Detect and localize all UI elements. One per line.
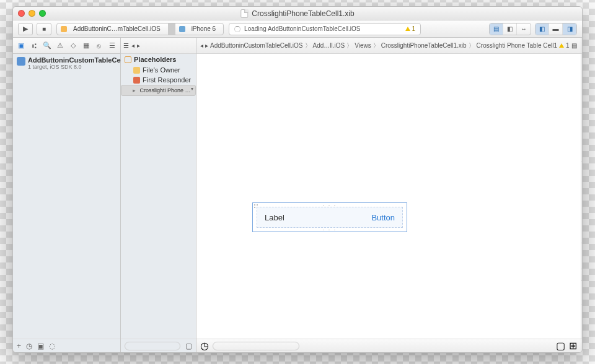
ib-canvas[interactable]: · · · Label Button · · · [196,54,581,339]
debug-tab-icon[interactable]: ▦ [81,41,90,51]
window-title: CrosslightiPhoneTableCell1.xib [252,9,354,18]
scheme-device: iPhone 6 [188,25,219,32]
minimize-icon[interactable] [29,10,35,17]
editor-area: ◂ ▸ AddButtoninCustomTableCell.iOS 〉 Add… [196,38,581,352]
library-item-button[interactable]: Button Button – Intercepts touch events … [581,305,583,339]
close-icon[interactable] [18,10,25,17]
zoom-icon[interactable] [39,10,46,17]
related-items-icon[interactable]: ☰ [123,42,129,49]
xcode-window: CrosslightiPhoneTableCell1.xib ▶ ■ AddBu… [12,6,583,353]
standard-editor-icon[interactable]: ▤ [490,24,503,35]
titlebar: CrosslightiPhoneTableCell1.xib [13,7,582,20]
table-cell-view[interactable]: · · · Label Button · · · [252,202,407,232]
canvas-footer: ◷ ▢ ⊞ [196,339,581,352]
library-item-label[interactable]: Label Label – A variably sized amount of… [581,281,583,305]
symbol-tab-icon[interactable]: ⑆ [30,41,39,51]
find-tab-icon[interactable]: 🔍 [43,41,52,51]
test-tab-icon[interactable]: ◇ [69,41,78,51]
breakpoint-tab-icon[interactable]: ⎋ [94,41,104,51]
project-row[interactable]: AddButtoninCustomTableCell.iOS 1 target,… [13,54,120,72]
scheme-selector[interactable]: AddButtoninC…mTableCell.iOS iPhone 6 [56,23,224,35]
main-toolbar: ▶ ■ AddButtoninC…mTableCell.iOS iPhone 6… [13,20,582,38]
utilities-panel: ▣ ? ▤ ⇲ ▥ → Identity and Type NameCrossl… [581,38,583,352]
outline-tabs: ☰ ◂ ▸ [121,38,196,54]
version-editor-icon[interactable]: ↔ [517,24,531,35]
jump-crumb-file: CrosslightiPhoneTableCell1.xib [381,42,467,49]
first-responder-item[interactable]: First Responder [121,75,196,85]
traffic-lights [18,10,46,17]
toggle-debug-icon[interactable]: ▬ [549,24,563,35]
constraints-icon[interactable]: ▢ [556,340,565,352]
navigator-tabs: ▣ ⑆ 🔍 ⚠ ◇ ▦ ⎋ ☰ [13,38,120,54]
editor-mode-selector[interactable]: ▤ ◧ ↔ [489,23,531,35]
library-footer: ⊞ [581,339,583,352]
files-owner-label: File's Owner [143,66,180,74]
canvas-filter-input[interactable] [213,342,299,350]
placeholders-group[interactable]: Placeholders [121,54,196,65]
app-icon [61,26,67,32]
jump-bar[interactable]: ◂ ▸ AddButtoninCustomTableCell.iOS 〉 Add… [196,38,581,54]
warning-icon [405,27,410,31]
uilabel[interactable]: Label [265,213,284,222]
toggle-utilities-icon[interactable]: ◨ [563,24,576,35]
selected-view-label: Crosslighti Phone Table... [140,87,196,93]
jump-crumb-target: Add…ll.iOS [313,42,345,49]
cube-icon [125,56,131,63]
document-icon [240,9,248,18]
scm-filter-icon[interactable]: ▣ [37,342,44,350]
spinner-icon [234,26,240,32]
jump-crumb-project: AddButtoninCustomTableCell.iOS [210,42,303,49]
activity-text: Loading AddButtoninCustomTableCell.iOS [244,25,360,32]
stop-button[interactable]: ■ [37,23,51,35]
cube-red-icon [133,77,140,84]
jump-issue-count[interactable]: 1 [566,42,570,49]
jump-crumb-views: Views [355,42,371,49]
document-outline: ☰ ◂ ▸ Placeholders File's Owner First Re… [121,38,196,352]
selected-view-item[interactable]: Crosslighti Phone Table... [121,85,196,96]
view-selector[interactable]: ◧ ▬ ◨ [535,23,577,35]
history-fwd-icon[interactable]: ▸ [205,42,208,49]
report-tab-icon[interactable]: ☰ [107,41,117,51]
history-back-icon[interactable]: ◂ [200,42,203,49]
issue-tab-icon[interactable]: ⚠ [56,41,65,51]
jump-menu-icon[interactable]: ▤ [571,42,577,49]
outline-toggle-icon[interactable]: ▢ [185,342,192,350]
files-owner-item[interactable]: File's Owner [121,65,196,75]
issue-count[interactable]: 1 [412,25,416,32]
project-navigator: ▣ ⑆ 🔍 ⚠ ◇ ▦ ⎋ ☰ AddButtoninCustomTableCe… [13,38,121,352]
add-button[interactable]: + [17,342,21,350]
content-view[interactable]: Label Button [257,207,403,228]
outline-filter-input[interactable] [125,342,180,350]
size-class-icon[interactable]: ◷ [200,340,209,352]
outline-filter-bar: ▢ [121,339,196,352]
activity-view: Loading AddButtoninCustomTableCell.iOS 1 [229,23,421,35]
filter-field-icon[interactable]: ◌ [49,342,55,350]
inspector-tabs: ▣ ? ▤ ⇲ ▥ → [581,38,583,54]
device-icon [179,26,185,32]
first-responder-label: First Responder [143,76,191,84]
scheme-target: AddButtoninC…mTableCell.iOS [69,25,164,32]
placeholders-label: Placeholders [134,56,176,63]
back-icon[interactable]: ◂ [131,42,134,49]
navigator-filter-bar: + ◷ ▣ ◌ [13,339,120,352]
library-tabs: ▢ { } ◎ ▣ [581,269,583,281]
project-tab-icon[interactable]: ▣ [17,41,26,51]
recent-filter-icon[interactable]: ◷ [26,342,32,350]
uibutton[interactable]: Button [371,213,395,222]
jump-crumb-object: Crosslighti Phone Table Cell1 [477,42,557,49]
run-button[interactable]: ▶ [18,23,33,35]
toggle-navigator-icon[interactable]: ◧ [536,24,549,35]
assistant-editor-icon[interactable]: ◧ [503,24,517,35]
forward-icon[interactable]: ▸ [137,42,140,49]
cube-yellow-icon [133,67,140,74]
project-icon [17,57,25,66]
zoom-icon[interactable]: ⊞ [569,340,577,352]
object-library: Label Label – A variably sized amount of… [581,281,583,339]
warning-icon [559,43,564,48]
